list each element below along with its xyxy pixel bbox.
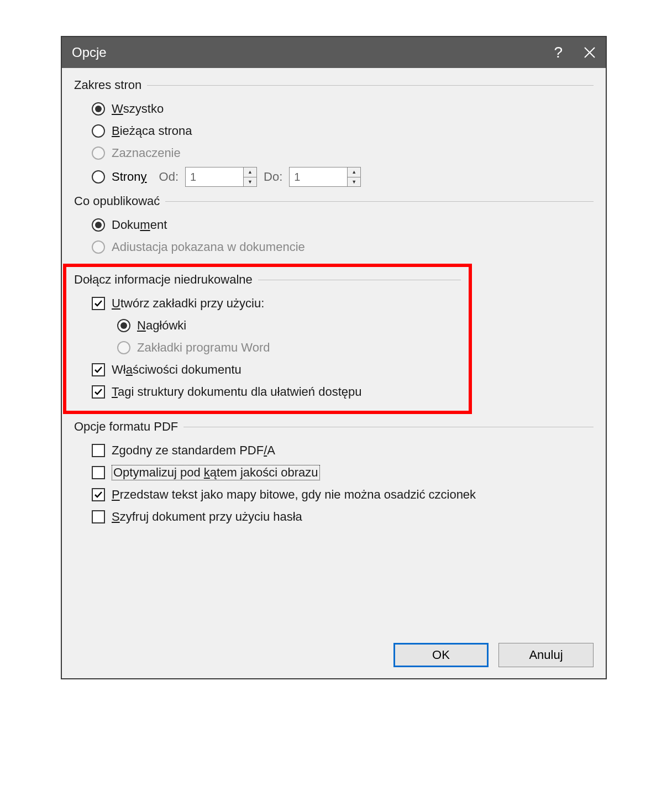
checkbox-optimize-row[interactable]: Optymalizuj pod kątem jakości obrazu <box>74 462 594 484</box>
radio-pages-row[interactable]: Strony Od: 1 ▲ ▼ Do: 1 ▲ ▼ <box>74 164 594 190</box>
from-value[interactable]: 1 <box>186 167 243 186</box>
radio-word-bookmarks-label: Zakładki programu Word <box>137 341 270 355</box>
radio-pages-label: Strony <box>112 170 147 184</box>
radio-all-label: Wszystko <box>112 102 164 116</box>
group-pdf-format: Opcje formatu PDF Zgodny ze standardem P… <box>74 420 594 528</box>
from-label: Od: <box>159 170 179 184</box>
checkbox-pdfa[interactable] <box>92 444 105 457</box>
divider <box>165 201 594 202</box>
checkbox-docprops[interactable] <box>92 363 105 376</box>
radio-headings-label: Nagłówki <box>137 318 186 333</box>
radio-all-row[interactable]: Wszystko <box>74 98 594 120</box>
cancel-button[interactable]: Anuluj <box>498 643 594 667</box>
help-icon[interactable]: ? <box>554 45 563 60</box>
checkbox-tags-row[interactable]: Tagi struktury dokumentu dla ułatwień do… <box>74 381 461 403</box>
divider <box>183 427 594 427</box>
radio-all[interactable] <box>92 102 105 116</box>
checkbox-bookmarks[interactable] <box>92 297 105 310</box>
checkbox-encrypt-row[interactable]: Szyfruj dokument przy użyciu hasła <box>74 506 594 528</box>
radio-current-row[interactable]: Bieżąca strona <box>74 120 594 142</box>
radio-pages[interactable] <box>92 170 105 184</box>
nonprint-label: Dołącz informacje niedrukowalne <box>74 273 253 287</box>
checkbox-tags-label: Tagi struktury dokumentu dla ułatwień do… <box>112 385 361 399</box>
from-spinbox[interactable]: 1 ▲ ▼ <box>185 167 257 187</box>
to-up-icon[interactable]: ▲ <box>348 167 360 177</box>
group-header-pdf: Opcje formatu PDF <box>74 420 594 434</box>
checkbox-docprops-row[interactable]: Właściwości dokumentu <box>74 359 461 381</box>
to-label: Do: <box>264 170 282 184</box>
options-dialog: Opcje ? Zakres stron Wszystko Bieżąca st… <box>61 36 607 679</box>
titlebar-controls: ? <box>554 45 596 60</box>
divider <box>258 280 461 280</box>
from-arrows: ▲ ▼ <box>243 167 256 186</box>
to-spinbox[interactable]: 1 ▲ ▼ <box>289 167 361 187</box>
checkbox-tags[interactable] <box>92 385 105 399</box>
to-down-icon[interactable]: ▼ <box>348 177 360 187</box>
radio-selection <box>92 146 105 160</box>
page-range-label: Zakres stron <box>74 78 141 92</box>
checkbox-bitmap-row[interactable]: Przedstaw tekst jako mapy bitowe, gdy ni… <box>74 484 594 506</box>
ok-button[interactable]: OK <box>393 643 489 667</box>
group-header-nonprint: Dołącz informacje niedrukowalne <box>74 273 461 287</box>
radio-document-label: Dokument <box>112 218 167 232</box>
pdf-format-label: Opcje formatu PDF <box>74 420 178 434</box>
to-value[interactable]: 1 <box>290 167 347 186</box>
from-down-icon[interactable]: ▼ <box>244 177 256 187</box>
radio-current-label: Bieżąca strona <box>112 124 192 138</box>
checkbox-docprops-label: Właściwości dokumentu <box>112 363 242 377</box>
dialog-content: Zakres stron Wszystko Bieżąca strona Zaz… <box>62 68 606 643</box>
radio-markup-label: Adiustacja pokazana w dokumencie <box>112 240 305 254</box>
publish-label: Co opublikować <box>74 194 160 208</box>
radio-document[interactable] <box>92 218 105 232</box>
group-publish: Co opublikować Dokument Adiustacja pokaz… <box>74 194 594 258</box>
dialog-title: Opcje <box>72 45 107 60</box>
titlebar: Opcje ? <box>62 37 606 68</box>
radio-markup <box>92 240 105 254</box>
group-page-range: Zakres stron Wszystko Bieżąca strona Zaz… <box>74 78 594 190</box>
checkbox-bookmarks-label: Utwórz zakładki przy użyciu: <box>112 296 264 311</box>
button-row: OK Anuluj <box>62 643 606 678</box>
checkbox-optimize[interactable] <box>92 466 105 479</box>
checkbox-pdfa-row[interactable]: Zgodny ze standardem PDF/A <box>74 439 594 462</box>
divider <box>147 85 594 86</box>
radio-selection-row: Zaznaczenie <box>74 142 594 164</box>
radio-word-bookmarks <box>117 341 130 354</box>
to-arrows: ▲ ▼ <box>347 167 360 186</box>
radio-document-row[interactable]: Dokument <box>74 214 594 236</box>
close-icon[interactable] <box>584 46 596 59</box>
radio-headings-row[interactable]: Nagłówki <box>74 315 461 337</box>
group-header-page-range: Zakres stron <box>74 78 594 92</box>
radio-word-bookmarks-row: Zakładki programu Word <box>74 337 461 359</box>
checkbox-bitmap-label: Przedstaw tekst jako mapy bitowe, gdy ni… <box>112 488 476 502</box>
highlight-nonprint: Dołącz informacje niedrukowalne Utwórz z… <box>63 264 472 414</box>
checkbox-optimize-label: Optymalizuj pod kątem jakości obrazu <box>112 465 320 480</box>
checkbox-bookmarks-row[interactable]: Utwórz zakładki przy użyciu: <box>74 292 461 315</box>
radio-current[interactable] <box>92 124 105 138</box>
checkbox-pdfa-label: Zgodny ze standardem PDF/A <box>112 443 275 458</box>
group-header-publish: Co opublikować <box>74 194 594 208</box>
radio-markup-row: Adiustacja pokazana w dokumencie <box>74 236 594 258</box>
radio-headings[interactable] <box>117 319 130 332</box>
checkbox-encrypt-label: Szyfruj dokument przy użyciu hasła <box>112 510 302 524</box>
checkbox-bitmap[interactable] <box>92 488 105 501</box>
radio-selection-label: Zaznaczenie <box>112 146 181 160</box>
checkbox-encrypt[interactable] <box>92 510 105 523</box>
from-up-icon[interactable]: ▲ <box>244 167 256 177</box>
